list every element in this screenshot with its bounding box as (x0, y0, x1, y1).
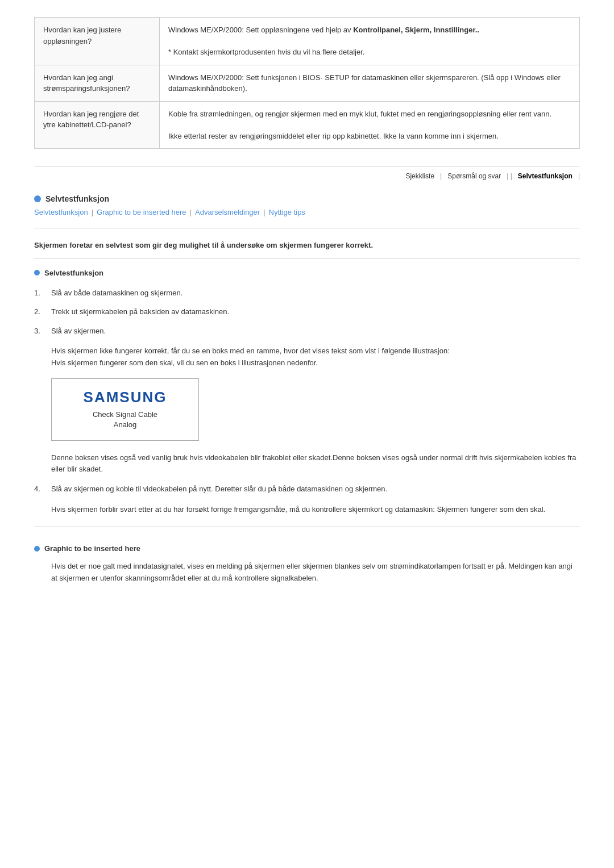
faq-table: Hvordan kan jeg justere oppløsningen?Win… (34, 17, 580, 149)
faq-answer: Windows ME/XP/2000: Sett funksjonen i BI… (160, 65, 580, 101)
breadcrumb-link-4[interactable]: Nyttige tips (269, 208, 305, 216)
heading-bullet (34, 195, 41, 202)
breadcrumb-link-2[interactable]: Graphic to be inserted here (97, 208, 186, 216)
faq-answer: Koble fra strømledningen, og rengjør skj… (160, 101, 580, 149)
graphic-text: Hvis det er noe galt med inndatasignalet… (51, 561, 580, 585)
nav-bar: Sjekklistе | Spørsmål og svar | | Selvte… (34, 166, 580, 180)
breadcrumb: Selvtestfunksjon | Graphic to be inserte… (34, 208, 580, 216)
faq-row: Hvordan kan jeg rengjøre det ytre kabine… (35, 101, 580, 149)
page-heading: Selvtestfunksjon (34, 194, 580, 203)
step-3: 3. Slå av skjermen. (34, 326, 580, 337)
step-4: 4. Slå av skjermen og koble til videokab… (34, 483, 580, 495)
faq-question: Hvordan kan jeg angi strømsparingsfunksj… (35, 65, 160, 101)
step3-note: Hvis skjermen ikke fungerer korrekt, får… (51, 345, 580, 369)
samsung-logo: SAMSUNG (84, 389, 167, 406)
nav-sporsmal[interactable]: Spørsmål og svar (444, 172, 504, 180)
divider-2 (34, 527, 580, 527)
steps-list: 1. Slå av både datamaskinen og skjermen.… (34, 287, 580, 337)
step4-list: 4. Slå av skjermen og koble til videokab… (34, 483, 580, 495)
graphic-section: Graphic to be inserted here Hvis det er … (34, 544, 580, 585)
sub-section-heading: Selvtestfunksjon (34, 269, 580, 279)
step-2: 2. Trekk ut skjermkabelen på baksiden av… (34, 306, 580, 318)
faq-row: Hvordan kan jeg angi strømsparingsfunksj… (35, 65, 580, 101)
nav-selvtest[interactable]: Selvtestfunksjon (515, 172, 576, 180)
nav-sjekkliste[interactable]: Sjekklistе (402, 172, 438, 180)
box-note: Denne boksen vises også ved vanlig bruk … (51, 452, 580, 476)
faq-answer: Windows ME/XP/2000: Sett oppløsningene v… (160, 18, 580, 65)
step4-note: Hvis skjermen forblir svart etter at du … (51, 504, 580, 516)
breadcrumb-link-1[interactable]: Selvtestfunksjon (34, 208, 88, 216)
sub-bullet (34, 270, 40, 276)
step-1: 1. Slå av både datamaskinen og skjermen. (34, 287, 580, 299)
graphic-heading: Graphic to be inserted here (34, 544, 580, 555)
samsung-illustration: SAMSUNG Check Signal Cable Analog (51, 378, 199, 441)
breadcrumb-link-3[interactable]: Advarselsmeldinger (195, 208, 260, 216)
description-text: Skjermen foretar en selvtest som gir deg… (34, 240, 580, 258)
faq-row: Hvordan kan jeg justere oppløsningen?Win… (35, 18, 580, 65)
divider-1 (34, 228, 580, 228)
graphic-bullet (34, 546, 40, 552)
faq-question: Hvordan kan jeg justere oppløsningen? (35, 18, 160, 65)
samsung-caption: Check Signal Cable Analog (93, 410, 157, 430)
faq-question: Hvordan kan jeg rengjøre det ytre kabine… (35, 101, 160, 149)
